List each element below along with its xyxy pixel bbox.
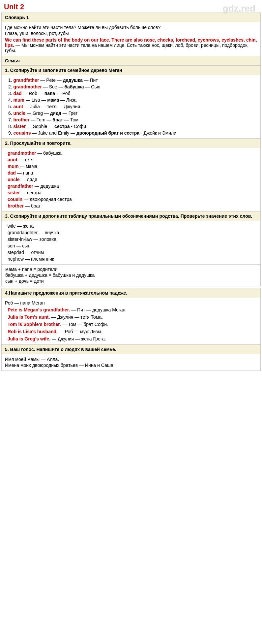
list-num: 4. xyxy=(8,97,14,103)
task1-content: 1. grandfather — Pete — дедушка — Пит2. … xyxy=(2,75,260,138)
task1-list-item: 5. aunt — Julia — тетя — Джулия xyxy=(5,103,257,110)
list-en: sister xyxy=(14,124,26,129)
sentence-en: Julia is Greg's wife. xyxy=(8,336,50,341)
list-dash1: — Lisa — xyxy=(24,97,47,103)
list-ru-word: папа xyxy=(44,91,55,96)
list-dash1: — Pete — xyxy=(39,78,63,83)
list-dash2: - Софи xyxy=(70,124,86,129)
task4-sentence: Julia is Greg's wife. — Джулия — жена Гр… xyxy=(5,335,257,342)
unit-title: Unit 2 xyxy=(0,0,262,13)
task4-sentence: Rob is Lisa's husband. — Роб — муж Лизы. xyxy=(5,328,257,335)
vocab-ru: — дядя xyxy=(20,177,37,182)
task1-list-item: 6. uncle — Greg — дядя — Грег xyxy=(5,110,257,116)
vocab-en: cousin xyxy=(8,197,22,202)
task1-list-item: 4. mum — Lisa — мама — Лиза xyxy=(5,97,257,103)
vocab-en: mum xyxy=(8,164,18,169)
task4-sentence: Julia is Tom's aunt. — Джулия — тетя Том… xyxy=(5,313,257,321)
list-en: uncle xyxy=(14,111,26,116)
list-en: dad xyxy=(14,91,22,96)
list-num: 6. xyxy=(8,111,14,116)
task2-vocab-row: brother — брат xyxy=(5,203,257,209)
task2-vocab-row: mum — мама xyxy=(5,163,257,170)
section-vocabulary: Словарь 1 Где можно найти эти части тела… xyxy=(1,13,261,56)
task2-vocab-row: dad — папа xyxy=(5,170,257,176)
task1-list-item: 1. grandfather — Pete — дедушка — Пит xyxy=(5,77,257,83)
list-en: cousins xyxy=(14,130,31,136)
vocab-en: grandmother xyxy=(8,150,36,156)
sentence-ru: — Роб — муж Лизы. xyxy=(58,329,102,334)
list-en: mum xyxy=(14,97,24,103)
task1-list: 1. grandfather — Pete — дедушка — Пит2. … xyxy=(5,77,257,136)
task3-vocab-en: stepdad xyxy=(8,250,24,255)
task5-line: Имя моей мамы — Алла. xyxy=(5,357,257,362)
section-task2: 2. Прослушайте и повторите. grandmother … xyxy=(1,139,261,211)
task3-vocab-row: granddaughter — внучка xyxy=(5,229,257,236)
list-num: 5. xyxy=(8,104,14,109)
task3-vocab-en: granddaughter xyxy=(8,230,38,235)
vocab-answer-ru: — Мы можем найти эти части тела на нашем… xyxy=(5,43,248,53)
vocab-ru: — бабушка xyxy=(36,150,61,156)
task3-vocab-ru: — жена xyxy=(16,223,34,229)
list-num: 2. xyxy=(8,84,14,89)
list-dash2: — Роб xyxy=(55,91,70,96)
list-dash2: - Джейк и Эмили xyxy=(139,130,176,136)
section-task1: 1. Скопируйте и заполните семейное дерев… xyxy=(1,66,261,139)
task1-list-item: 2. grandmother — Sue — бабушка — Сью xyxy=(5,83,257,90)
list-dash1: — Julia — xyxy=(23,104,47,109)
vocab-question: Где можно найти эти части тела? Можете л… xyxy=(5,25,257,30)
task4-sentence: Pete is Megan's grandfather. — Пит — дед… xyxy=(5,306,257,313)
list-ru-word: сестра xyxy=(54,124,70,129)
vocab-en: dad xyxy=(8,170,16,176)
vocab-ru: — тетя xyxy=(17,157,34,162)
task3-vocab-en: nephew xyxy=(8,256,24,262)
task1-header: 1. Скопируйте и заполните семейное дерев… xyxy=(2,66,260,75)
list-ru-word: дедушка xyxy=(63,78,83,83)
list-dash1: — Rob — xyxy=(21,91,44,96)
task3-vocab-en: sister-in-law xyxy=(8,237,32,242)
list-ru-word: мама xyxy=(47,97,59,103)
task4-content: Роб — папа Меган Pete is Megan's grandfa… xyxy=(2,298,260,344)
task3-vocab-ru: — сын xyxy=(15,243,31,248)
task2-vocab-row: aunt — тетя xyxy=(5,156,257,163)
list-en: grandfather xyxy=(14,78,39,83)
list-dash1: — Jake and Emily — xyxy=(31,130,76,136)
list-dash2: — Джулия xyxy=(57,104,80,109)
vocab-en: uncle xyxy=(8,177,20,182)
task5-header: 5. Ваш голос. Напишите о людях в вашей с… xyxy=(2,345,260,354)
task3-vocab-row: son — сын xyxy=(5,242,257,249)
list-dash2: — Сью xyxy=(84,84,101,89)
task4-intro: Роб — папа Меган xyxy=(5,300,257,306)
list-dash1: — Greg — xyxy=(25,111,50,116)
task1-list-item: 7. brother — Tom — брат — Том xyxy=(5,116,257,123)
sentence-en: Rob is Lisa's husband. xyxy=(8,329,58,334)
list-ru-word: брат xyxy=(52,117,63,122)
list-ru-word: двоюродный брат и сестра xyxy=(76,130,139,136)
vocab-en: brother xyxy=(8,203,24,209)
task5-content: Имя моей мамы — Алла.Имена моих двоюродн… xyxy=(2,354,260,370)
task3-vocab-ru: — отчим xyxy=(24,250,44,255)
task3-equation: бабушка + дедушка = бабушка и дедушка xyxy=(5,273,257,278)
list-ru-word: дядя xyxy=(50,111,61,116)
task5-line: Имена моих двоюродных братьев — Инна и С… xyxy=(5,363,257,368)
section-task3: 3. Скопируйте и дополните таблицу правил… xyxy=(1,211,261,286)
task3-equation: мама + папа = родители xyxy=(5,267,257,272)
task3-vocab-row: wife — жена xyxy=(5,223,257,229)
vocab-words: Глаза, уши, волосы, рот, зубы xyxy=(5,31,257,36)
section-vocabulary-content: Где можно найти эти части тела? Можете л… xyxy=(2,22,260,56)
list-num: 3. xyxy=(8,91,14,96)
sentence-ru: — Том — брат Софи. xyxy=(61,322,108,327)
sentence-en: Julia is Tom's aunt. xyxy=(8,314,50,320)
task1-list-item: 3. dad — Rob — папа — Роб xyxy=(5,90,257,97)
vocab-ru: — мама xyxy=(18,164,37,169)
task3-header: 3. Скопируйте и дополните таблицу правил… xyxy=(2,211,260,221)
task3-vocab-row: stepdad — отчим xyxy=(5,249,257,256)
vocab-ru: — брат xyxy=(24,203,41,209)
list-ru-word: бабушка xyxy=(64,84,84,89)
task4-sentence: Tom is Sophie's brother. — Том — брат Со… xyxy=(5,321,257,328)
task3-vocab-row: nephew — племянник xyxy=(5,256,257,262)
sentence-ru: — Пит — дедушка Меган. xyxy=(70,307,127,312)
list-en: aunt xyxy=(14,104,23,109)
sentence-ru: — Джулия — тетя Тома. xyxy=(50,314,103,320)
task3-vocab-ru: — племянник xyxy=(24,256,54,262)
section-task5: 5. Ваш голос. Напишите о людях в вашей с… xyxy=(1,345,261,371)
